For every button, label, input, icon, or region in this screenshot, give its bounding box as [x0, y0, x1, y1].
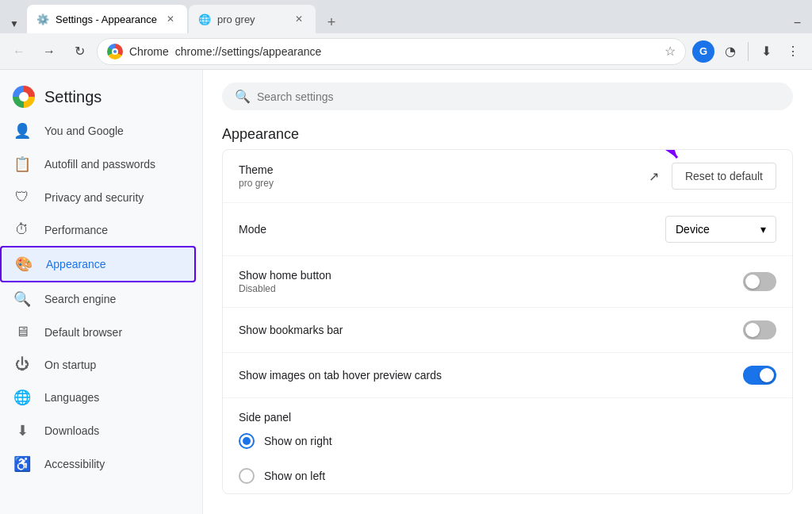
bookmarks-bar-info: Show bookmarks bar: [239, 324, 743, 336]
forward-button[interactable]: →: [36, 39, 62, 64]
search-icon: 🔍: [235, 89, 251, 104]
download-button[interactable]: ⬇: [753, 39, 779, 64]
tab-hover-row: Show images on tab hover preview cards: [223, 353, 792, 398]
radio-show-right[interactable]: Show on right: [223, 424, 792, 458]
settings-favicon: ⚙️: [36, 13, 49, 25]
sidebar-item-search-engine[interactable]: 🔍 Search engine: [0, 282, 196, 316]
radio-right-circle[interactable]: [239, 433, 255, 449]
sidebar-label-autofill: Autofill and passwords: [44, 158, 155, 171]
home-button-sublabel: Disabled: [239, 283, 743, 294]
side-panel-title: Side panel: [223, 398, 792, 424]
profile-button[interactable]: G: [691, 39, 716, 64]
menu-button[interactable]: ⋮: [780, 39, 806, 64]
tab-settings-close[interactable]: ✕: [163, 12, 178, 26]
sidebar-label-on-startup: On startup: [44, 359, 96, 371]
sidebar-item-privacy[interactable]: 🛡 Privacy and security: [0, 181, 196, 213]
chrome-logo: [107, 44, 123, 59]
chrome-logo-inner: [112, 48, 118, 55]
sidebar-label-search-engine: Search engine: [44, 293, 116, 305]
bookmarks-bar-toggle-thumb: [745, 323, 760, 337]
sidebar-label-languages: Languages: [44, 391, 99, 404]
extensions-button[interactable]: ◔: [718, 39, 743, 64]
performance-icon: ⏱: [13, 221, 32, 238]
nav-bar: ← → ↻ Chrome chrome://settings/appearanc…: [0, 33, 812, 70]
main-content: Settings 👤 You and Google 📋 Autofill and…: [0, 70, 812, 514]
home-button-row: Show home button Disabled: [223, 256, 792, 308]
theme-label: Theme: [239, 163, 649, 176]
tab-hover-label: Show images on tab hover preview cards: [239, 369, 743, 382]
sidebar-item-appearance[interactable]: 🎨 Appearance: [0, 246, 196, 282]
sidebar-scroll: 👤 You and Google 📋 Autofill and password…: [0, 114, 202, 481]
sidebar-item-you-google[interactable]: 👤 You and Google: [0, 114, 196, 148]
reload-button[interactable]: ↻: [67, 39, 92, 64]
sidebar-item-accessibility[interactable]: ♿ Accessibility: [0, 447, 196, 481]
languages-icon: 🌐: [13, 389, 32, 406]
radio-show-left[interactable]: Show on left: [223, 458, 792, 493]
home-button-toggle[interactable]: [743, 272, 776, 291]
sidebar-label-you-google: You and Google: [44, 125, 124, 137]
browser-frame: ▼ ⚙️ Settings - Appearance ✕ 🌐 pro grey …: [0, 0, 812, 514]
tab-hover-toggle[interactable]: [743, 366, 776, 385]
tab-overflow-button[interactable]: ▼: [5, 14, 24, 33]
sidebar-label-downloads: Downloads: [44, 424, 99, 437]
on-startup-icon: ⏻: [13, 356, 32, 373]
sidebar-label-privacy: Privacy and security: [44, 191, 144, 204]
home-button-toggle-thumb: [745, 274, 760, 289]
sidebar-item-downloads[interactable]: ⬇ Downloads: [0, 414, 196, 447]
radio-left-label: Show on left: [264, 470, 325, 482]
mode-control: Device ▾: [665, 216, 776, 243]
sidebar-label-appearance: Appearance: [46, 258, 106, 270]
pro-grey-favicon: 🌐: [198, 13, 211, 25]
mode-dropdown-value: Device: [676, 223, 710, 236]
theme-info: Theme pro grey: [239, 163, 649, 189]
sidebar-item-performance[interactable]: ⏱ Performance: [0, 213, 196, 246]
content-area: 🔍 Appearance Theme pro grey ↗︎ Reset to …: [203, 70, 812, 514]
bookmarks-bar-toggle[interactable]: [743, 320, 776, 339]
nav-separator: [748, 42, 749, 61]
mode-dropdown[interactable]: Device ▾: [665, 216, 776, 243]
radio-left-circle[interactable]: [239, 468, 255, 484]
mode-label: Mode: [239, 223, 665, 236]
tab-pro-grey[interactable]: 🌐 pro grey ✕: [189, 5, 316, 33]
sidebar-item-languages[interactable]: 🌐 Languages: [0, 381, 196, 414]
tab-pro-grey-close[interactable]: ✕: [292, 12, 306, 26]
address-bar[interactable]: Chrome chrome://settings/appearance ☆: [97, 38, 686, 65]
sidebar-item-on-startup[interactable]: ⏻ On startup: [0, 348, 196, 381]
open-theme-icon[interactable]: ↗︎: [649, 169, 659, 184]
privacy-icon: 🛡: [13, 189, 32, 205]
theme-value: pro grey: [239, 178, 649, 189]
autofill-icon: 📋: [13, 155, 32, 173]
default-browser-icon: 🖥: [13, 324, 32, 340]
settings-main-title: Settings: [44, 88, 102, 106]
theme-row: Theme pro grey ↗︎ Reset to default: [223, 150, 792, 203]
bookmarks-bar-row: Show bookmarks bar: [223, 308, 792, 353]
search-engine-icon: 🔍: [13, 290, 32, 308]
downloads-icon: ⬇: [13, 422, 32, 439]
tab-settings[interactable]: ⚙️ Settings - Appearance ✕: [27, 5, 187, 33]
tab-hover-info: Show images on tab hover preview cards: [239, 369, 743, 382]
home-button-control: [743, 272, 776, 291]
tab-settings-title: Settings - Appearance: [56, 13, 157, 25]
search-input[interactable]: [257, 90, 780, 103]
google-logo: [13, 86, 35, 108]
bookmark-icon[interactable]: ☆: [665, 44, 676, 59]
appearance-icon: 🎨: [14, 255, 33, 273]
back-button[interactable]: ←: [6, 39, 32, 64]
sidebar-item-default-browser[interactable]: 🖥 Default browser: [0, 316, 196, 348]
home-button-label: Show home button: [239, 269, 743, 282]
sidebar-item-autofill[interactable]: 📋 Autofill and passwords: [0, 148, 196, 181]
new-tab-button[interactable]: +: [320, 11, 343, 33]
mode-info: Mode: [239, 223, 665, 236]
tab-hover-toggle-thumb: [760, 368, 774, 382]
dropdown-chevron-icon: ▾: [760, 223, 766, 236]
bookmarks-bar-control: [743, 320, 776, 339]
mode-row: Mode Device ▾: [223, 203, 792, 256]
sidebar-label-performance: Performance: [44, 224, 108, 236]
sidebar: Settings 👤 You and Google 📋 Autofill and…: [0, 70, 203, 514]
sidebar-label-accessibility: Accessibility: [44, 458, 105, 470]
reset-to-default-button[interactable]: Reset to default: [672, 163, 776, 190]
profile-avatar: G: [692, 40, 714, 63]
bookmarks-bar-label: Show bookmarks bar: [239, 324, 743, 336]
minimize-button[interactable]: −: [787, 13, 807, 33]
theme-control: ↗︎ Reset to default: [649, 163, 776, 190]
